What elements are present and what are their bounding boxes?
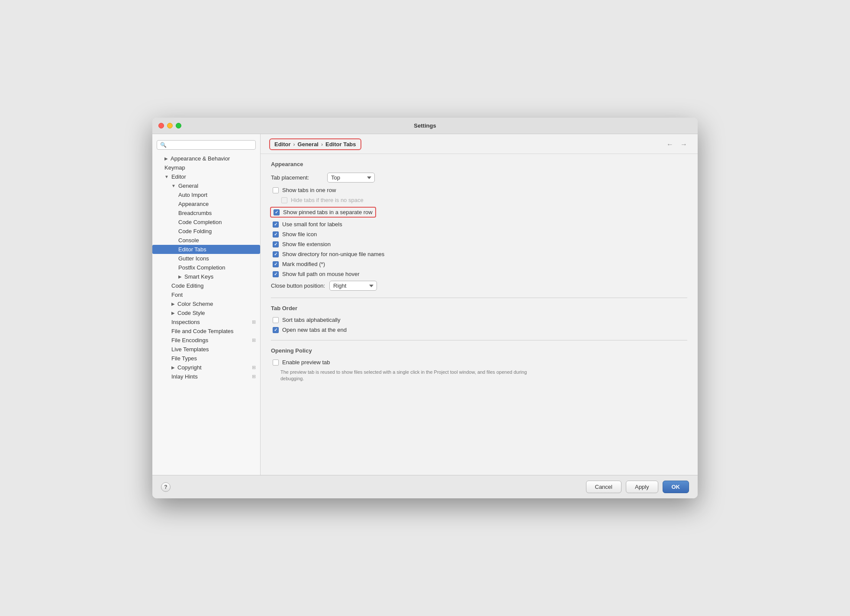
show-file-icon-row: Show file icon <box>271 231 687 237</box>
open-new-tabs-checkbox[interactable] <box>273 327 279 333</box>
search-input[interactable] <box>169 142 252 148</box>
sidebar-label: Breadcrumbs <box>178 210 212 216</box>
show-tabs-one-row-checkbox[interactable] <box>273 187 279 193</box>
show-directory-checkbox[interactable] <box>273 251 279 257</box>
sidebar-item-code-style[interactable]: ▶ Code Style <box>152 308 260 318</box>
show-tabs-one-row-label: Show tabs in one row <box>282 187 336 193</box>
search-wrap[interactable]: 🔍 <box>157 140 256 150</box>
sidebar-item-code-folding[interactable]: Code Folding <box>152 227 260 236</box>
breadcrumb-sep-2: › <box>321 141 323 148</box>
enable-preview-checkbox[interactable] <box>273 359 279 366</box>
footer-left: ? <box>161 482 171 492</box>
sidebar-item-console[interactable]: Console <box>152 236 260 245</box>
show-pinned-checkbox[interactable] <box>274 209 280 215</box>
cancel-button[interactable]: Cancel <box>586 481 621 493</box>
settings-content: Appearance Tab placement: Top Bottom Lef… <box>261 154 698 475</box>
show-tabs-one-row-checkbox-wrap[interactable] <box>273 187 279 193</box>
close-button[interactable] <box>158 123 164 128</box>
hide-tabs-checkbox-wrap <box>281 197 287 203</box>
sidebar-label: Font <box>171 292 183 298</box>
show-file-icon-label: Show file icon <box>282 231 317 237</box>
sidebar-label: Gutter Icons <box>178 255 209 262</box>
sidebar-item-inlay-hints[interactable]: Inlay Hints ⊞ <box>152 372 260 381</box>
close-button-label: Close button position: <box>271 282 325 289</box>
sidebar-label: Keymap <box>164 164 185 171</box>
sidebar-item-postfix-completion[interactable]: Postfix Completion <box>152 263 260 272</box>
tab-placement-label: Tab placement: <box>271 174 323 181</box>
sidebar-label: Live Templates <box>171 346 209 353</box>
sidebar-item-editor-tabs[interactable]: Editor Tabs <box>152 245 260 254</box>
settings-window: Settings 🔍 ▶ Appearance & Behavior <box>152 118 698 498</box>
sidebar-item-auto-import[interactable]: Auto Import <box>152 190 260 199</box>
show-file-icon-wrap[interactable] <box>273 231 279 237</box>
maximize-button[interactable] <box>176 123 181 128</box>
sidebar-label: Code Editing <box>171 282 203 289</box>
mark-modified-wrap[interactable] <box>273 261 279 267</box>
tab-placement-row: Tab placement: Top Bottom Left Right Non… <box>271 173 687 183</box>
use-small-font-wrap[interactable] <box>273 221 279 228</box>
back-arrow[interactable]: ← <box>665 140 675 149</box>
sidebar-item-breadcrumbs[interactable]: Breadcrumbs <box>152 209 260 218</box>
sidebar-item-file-types[interactable]: File Types <box>152 354 260 363</box>
sidebar-label: Postfix Completion <box>178 264 225 271</box>
use-small-font-label: Use small font for labels <box>282 221 342 228</box>
sidebar-item-editor[interactable]: ▼ Editor <box>152 172 260 181</box>
show-file-icon-checkbox[interactable] <box>273 231 279 237</box>
close-button-select[interactable]: Right Left Hidden <box>329 281 377 291</box>
sidebar-item-appearance-behavior[interactable]: ▶ Appearance & Behavior <box>152 154 260 163</box>
opening-policy-section-title: Opening Policy <box>271 347 687 354</box>
sort-tabs-wrap[interactable] <box>273 317 279 323</box>
show-directory-wrap[interactable] <box>273 251 279 257</box>
sidebar-item-general[interactable]: ▼ General <box>152 181 260 190</box>
show-full-path-wrap[interactable] <box>273 271 279 277</box>
apply-button[interactable]: Apply <box>626 481 658 493</box>
show-file-extension-wrap[interactable] <box>273 241 279 247</box>
sidebar-item-appearance[interactable]: Appearance <box>152 199 260 209</box>
tab-placement-select[interactable]: Top Bottom Left Right None <box>327 173 375 183</box>
show-full-path-label: Show full path on mouse hover <box>282 271 360 277</box>
show-file-extension-checkbox[interactable] <box>273 241 279 247</box>
open-new-tabs-row: Open new tabs at the end <box>271 327 687 333</box>
sidebar-label: File Types <box>171 355 197 362</box>
sidebar-label: Inspections <box>171 319 200 325</box>
show-full-path-checkbox[interactable] <box>273 271 279 277</box>
sidebar-item-inspections[interactable]: Inspections ⊞ <box>152 318 260 327</box>
open-new-tabs-wrap[interactable] <box>273 327 279 333</box>
ok-button[interactable]: OK <box>663 481 689 493</box>
main-panel: Editor › General › Editor Tabs ← → Appea… <box>261 134 698 475</box>
sidebar-label: Editor <box>171 173 186 180</box>
show-pinned-checkbox-wrap[interactable] <box>274 209 280 215</box>
sidebar-item-keymap[interactable]: Keymap <box>152 163 260 172</box>
show-directory-row: Show directory for non-unique file names <box>271 251 687 257</box>
content-area: 🔍 ▶ Appearance & Behavior Keymap <box>152 134 698 475</box>
sidebar-label: Color Scheme <box>177 301 213 307</box>
sidebar-item-live-templates[interactable]: Live Templates <box>152 345 260 354</box>
enable-preview-wrap[interactable] <box>273 359 279 366</box>
show-tabs-one-row-row: Show tabs in one row <box>271 187 687 193</box>
use-small-font-checkbox[interactable] <box>273 221 279 228</box>
sidebar-label: Inlay Hints <box>171 373 198 380</box>
sidebar-item-file-code-templates[interactable]: File and Code Templates <box>152 327 260 336</box>
settings-icon: ⊞ <box>252 337 256 343</box>
sidebar-item-color-scheme[interactable]: ▶ Color Scheme <box>152 299 260 308</box>
sort-tabs-checkbox[interactable] <box>273 317 279 323</box>
chevron-right-icon: ▶ <box>164 156 168 161</box>
sidebar-item-gutter-icons[interactable]: Gutter Icons <box>152 254 260 263</box>
sidebar-item-smart-keys[interactable]: ▶ Smart Keys <box>152 272 260 281</box>
sidebar-label: General <box>178 183 198 189</box>
minimize-button[interactable] <box>167 123 173 128</box>
sidebar-label: File and Code Templates <box>171 328 234 334</box>
sidebar-item-file-encodings[interactable]: File Encodings ⊞ <box>152 336 260 345</box>
forward-arrow[interactable]: → <box>679 140 689 149</box>
sidebar-item-copyright[interactable]: ▶ Copyright ⊞ <box>152 363 260 372</box>
mark-modified-checkbox[interactable] <box>273 261 279 267</box>
open-new-tabs-label: Open new tabs at the end <box>282 327 347 333</box>
sidebar-label: File Encodings <box>171 337 208 343</box>
breadcrumb-sep-1: › <box>293 141 295 148</box>
settings-icon: ⊞ <box>252 319 256 325</box>
help-button[interactable]: ? <box>161 482 171 492</box>
sidebar-item-code-completion[interactable]: Code Completion <box>152 218 260 227</box>
sidebar-item-font[interactable]: Font <box>152 290 260 299</box>
sidebar-label: Smart Keys <box>184 273 213 280</box>
sidebar-item-code-editing[interactable]: Code Editing <box>152 281 260 290</box>
